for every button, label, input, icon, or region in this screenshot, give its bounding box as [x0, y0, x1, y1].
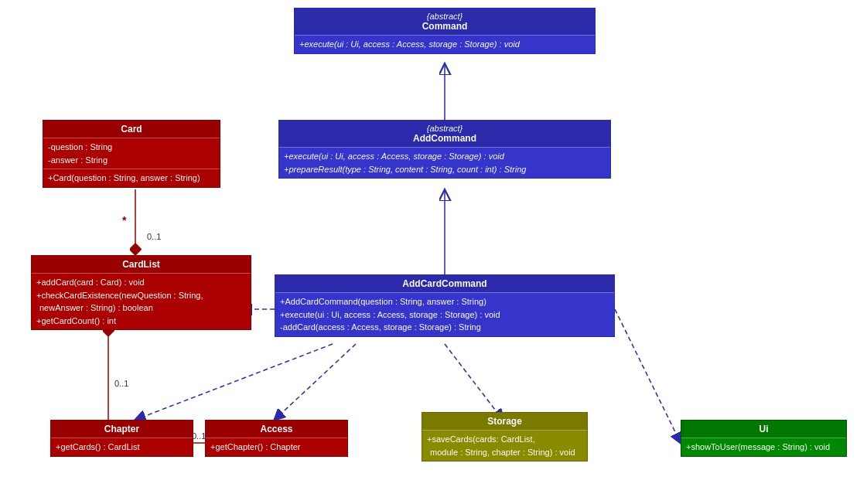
svg-line-5: [135, 344, 333, 420]
addcardcommand-methods: +AddCardCommand(question : String, answe…: [275, 292, 614, 336]
access-class: Access +getChapter() : Chapter: [205, 420, 348, 457]
storage-class: Storage +saveCards(cards: CardList, modu…: [422, 412, 588, 461]
storage-title: Storage: [422, 413, 587, 430]
command-methods: +execute(ui : Ui, access : Access, stora…: [295, 35, 595, 53]
command-class: {abstract} Command +execute(ui : Ui, acc…: [294, 8, 596, 54]
access-title: Access: [206, 421, 347, 438]
ui-class: Ui +showToUser(message : String) : void: [681, 420, 847, 457]
addcardcommand-title: AddCardCommand: [275, 275, 614, 292]
svg-line-8: [615, 309, 681, 443]
chapter-class: Chapter +getCards() : CardList: [50, 420, 193, 457]
ui-methods: +showToUser(message : String) : void: [681, 438, 846, 456]
svg-text:0..1: 0..1: [192, 431, 206, 441]
storage-methods: +saveCards(cards: CardList, module : Str…: [422, 430, 587, 461]
svg-text:0..1: 0..1: [114, 379, 128, 388]
svg-line-7: [445, 344, 503, 420]
card-fields: -question : String -answer : String: [43, 138, 220, 169]
addcommand-title: {abstract} AddCommand: [279, 121, 610, 147]
chapter-title: Chapter: [51, 421, 193, 438]
command-abstract: {abstract}: [299, 12, 590, 21]
cardlist-class: CardList +addCard(card : Card) : void +c…: [31, 255, 251, 330]
svg-text:*: *: [122, 214, 127, 226]
card-methods: +Card(question : String, answer : String…: [43, 169, 220, 187]
command-title: {abstract} Command: [295, 9, 595, 35]
svg-line-6: [275, 344, 356, 420]
ui-title: Ui: [681, 421, 846, 438]
chapter-methods: +getCards() : CardList: [51, 438, 193, 456]
cardlist-methods: +addCard(card : Card) : void +checkCardE…: [32, 273, 251, 329]
addcommand-methods: +execute(ui : Ui, access : Access, stora…: [279, 147, 610, 178]
addcardcommand-class: AddCardCommand +AddCardCommand(question …: [275, 274, 615, 337]
cardlist-title: CardList: [32, 256, 251, 273]
card-class: Card -question : String -answer : String…: [43, 120, 220, 188]
card-title: Card: [43, 121, 220, 138]
access-methods: +getChapter() : Chapter: [206, 438, 347, 456]
uml-diagram: * 0..1 0..1 0..1 {abstract} Command +exe…: [0, 0, 867, 504]
svg-text:0..1: 0..1: [147, 232, 161, 241]
addcommand-class: {abstract} AddCommand +execute(ui : Ui, …: [278, 120, 611, 179]
